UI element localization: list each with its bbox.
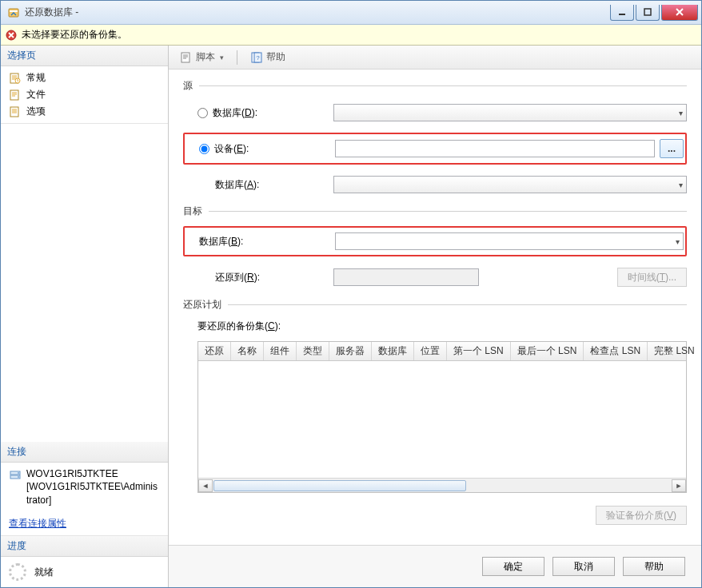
- col-lastlsn[interactable]: 最后一个 LSN: [511, 342, 584, 360]
- maximize-button[interactable]: [636, 5, 660, 21]
- script-button[interactable]: 脚本 ▾: [175, 49, 229, 66]
- sub-database-label: 数据库(A):: [197, 178, 333, 192]
- server-name: WOV1G1RI5JTKTEE: [26, 467, 160, 481]
- error-icon: [6, 30, 17, 41]
- progress-spinner-icon: [9, 563, 26, 581]
- minimize-button[interactable]: [610, 5, 634, 21]
- help-icon: ?: [250, 51, 263, 64]
- connection-header: 连接: [1, 442, 168, 463]
- browse-device-button[interactable]: ...: [660, 139, 684, 158]
- connection-info: WOV1G1RI5JTKTEE [WOV1G1RI5JTKTEE\Adminis…: [26, 467, 160, 507]
- target-database-row: 数据库(B): ▾: [186, 229, 684, 253]
- scroll-right-button[interactable]: ►: [672, 479, 686, 492]
- target-database-highlight: 数据库(B): ▾: [183, 226, 687, 256]
- body-area: 选择页 常规 文件 选项: [1, 46, 701, 587]
- page-label: 文件: [26, 88, 46, 101]
- col-type[interactable]: 类型: [297, 342, 329, 360]
- page-icon: [9, 72, 22, 85]
- plan-legend-row: 还原计划: [183, 298, 687, 312]
- cancel-button[interactable]: 取消: [552, 557, 615, 576]
- target-legend: 目标: [183, 205, 202, 218]
- plan-legend: 还原计划: [183, 298, 221, 312]
- source-database-row: 数据库(D): ▾: [183, 101, 687, 125]
- help-button[interactable]: ? 帮助: [245, 49, 290, 66]
- col-name[interactable]: 名称: [231, 342, 264, 360]
- horizontal-scrollbar[interactable]: ◄ ►: [198, 478, 686, 492]
- error-strip: 未选择要还原的备份集。: [1, 25, 701, 46]
- col-firstlsn[interactable]: 第一个 LSN: [447, 342, 511, 360]
- col-cplsn[interactable]: 检查点 LSN: [584, 342, 648, 360]
- chevron-down-icon: ▾: [220, 54, 224, 62]
- restore-to-label: 还原到(R):: [197, 271, 333, 284]
- source-database-combo[interactable]: ▾: [333, 104, 687, 121]
- page-icon: [9, 105, 22, 118]
- chevron-down-icon: ▾: [679, 109, 683, 117]
- grid-header: 还原 名称 组件 类型 服务器 数据库 位置 第一个 LSN 最后一个 LSN …: [198, 342, 686, 361]
- user-name: [WOV1G1RI5JTKTEE\Administrator]: [26, 480, 160, 507]
- source-database-radio[interactable]: 数据库(D):: [197, 106, 333, 120]
- select-page-header: 选择页: [1, 46, 168, 66]
- scroll-left-button[interactable]: ◄: [198, 479, 213, 492]
- window: 还原数据库 - 未选择要还原的备份集。 选择页 常规: [0, 0, 702, 588]
- svg-rect-1: [10, 10, 18, 12]
- right-pane: 脚本 ▾ ? 帮助 源 数据库(D):: [169, 46, 701, 587]
- progress-status: 就绪: [34, 566, 54, 579]
- verify-media-button: 验证备份介质(V): [596, 506, 687, 525]
- plan-actions: 验证备份介质(V): [183, 501, 687, 526]
- source-legend: 源: [183, 79, 193, 93]
- radio-device[interactable]: [199, 144, 209, 154]
- svg-rect-3: [644, 9, 651, 15]
- window-title: 还原数据库 -: [25, 6, 608, 19]
- chevron-down-icon: ▾: [676, 237, 680, 246]
- source-device-radio[interactable]: 设备(E):: [199, 142, 335, 156]
- close-button[interactable]: [661, 5, 698, 21]
- help-label: 帮助: [266, 50, 285, 64]
- device-input[interactable]: [335, 140, 655, 157]
- view-connection-link[interactable]: 查看连接属性: [1, 512, 74, 535]
- progress-header: 进度: [1, 536, 168, 557]
- select-page-section: 选择页 常规 文件 选项: [1, 46, 168, 124]
- dialog-footer: 确定 取消 帮助: [169, 545, 701, 587]
- col-restore[interactable]: 还原: [198, 342, 231, 360]
- help-footer-button[interactable]: 帮助: [623, 557, 685, 576]
- source-subdatabase-combo[interactable]: ▾: [333, 176, 687, 193]
- timeline-button: 时间线(T)...: [617, 268, 687, 287]
- col-component[interactable]: 组件: [264, 342, 297, 360]
- col-server[interactable]: 服务器: [329, 342, 372, 360]
- col-position[interactable]: 位置: [414, 342, 447, 360]
- page-label: 常规: [26, 71, 46, 85]
- radio-database[interactable]: [197, 108, 208, 118]
- svg-rect-8: [10, 107, 18, 117]
- col-fulllsn[interactable]: 完整 LSN: [648, 342, 701, 360]
- page-icon: [9, 89, 22, 101]
- device-highlight: 设备(E): ...: [183, 133, 687, 165]
- backup-sets-grid[interactable]: 还原 名称 组件 类型 服务器 数据库 位置 第一个 LSN 最后一个 LSN …: [197, 341, 687, 493]
- page-item-general[interactable]: 常规: [1, 70, 168, 86]
- scroll-track[interactable]: [213, 479, 672, 492]
- col-database[interactable]: 数据库: [372, 342, 414, 360]
- separator: [237, 50, 237, 65]
- script-label: 脚本: [196, 50, 215, 64]
- app-icon: [7, 6, 20, 19]
- progress-section: 进度 就绪: [1, 536, 168, 587]
- source-subdatabase-row: 数据库(A): ▾: [183, 173, 687, 197]
- source-legend-row: 源: [183, 79, 687, 93]
- page-item-files[interactable]: 文件: [1, 86, 168, 103]
- chevron-down-icon: ▾: [679, 181, 683, 189]
- svg-point-11: [18, 472, 19, 474]
- svg-rect-7: [10, 90, 18, 100]
- ok-button[interactable]: 确定: [482, 557, 544, 576]
- source-device-row: 设备(E): ...: [186, 136, 684, 161]
- page-item-options[interactable]: 选项: [1, 103, 168, 120]
- restore-to-row: 还原到(R): 时间线(T)...: [183, 264, 687, 290]
- page-label: 选项: [26, 105, 46, 118]
- script-icon: [180, 51, 193, 64]
- server-icon: [9, 469, 22, 482]
- svg-rect-2: [619, 14, 625, 15]
- titlebar: 还原数据库 -: [1, 1, 701, 25]
- connection-section: 连接 WOV1G1RI5JTKTEE [WOV1G1RI5JTKTEE\Admi…: [1, 442, 168, 536]
- target-legend-row: 目标: [183, 205, 687, 218]
- window-buttons: [608, 5, 698, 21]
- scroll-thumb[interactable]: [213, 480, 466, 491]
- target-database-combo[interactable]: ▾: [335, 232, 684, 250]
